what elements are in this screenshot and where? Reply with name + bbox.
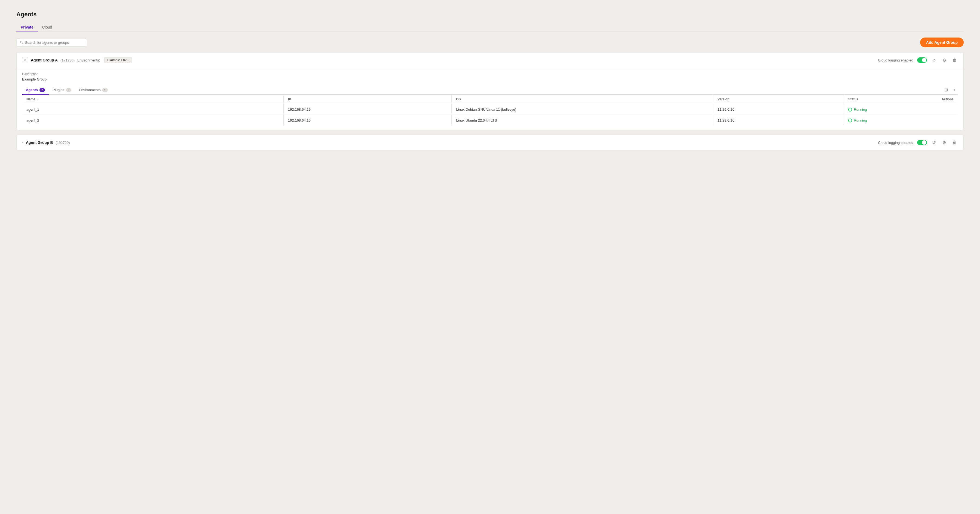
agent-1-ip: 192.168.64.19 <box>283 104 452 115</box>
inner-tab-plugins[interactable]: Plugins 0 <box>49 86 75 95</box>
group-b-refresh-button[interactable]: ↺ <box>931 139 937 146</box>
search-input[interactable] <box>25 41 84 44</box>
group-a-header: ▾ Agent Group A (171230) Environments: E… <box>17 52 963 68</box>
table-row: agent_1 192.168.64.19 Linux Debian GNU/L… <box>22 104 958 115</box>
col-os-header: OS <box>452 95 713 104</box>
tab-cloud[interactable]: Cloud <box>38 23 57 32</box>
status-running-icon <box>848 119 852 122</box>
agents-tab-badge: 2 <box>40 88 45 92</box>
tab-private[interactable]: Private <box>16 23 38 32</box>
add-agent-button[interactable]: + <box>951 87 958 93</box>
group-b-cloud-logging-label: Cloud logging enabled <box>878 141 913 145</box>
agent-2-status-label: Running <box>854 118 867 122</box>
group-a-id: (171230) <box>60 58 75 62</box>
agent-2-version: 11.29.0.16 <box>713 115 844 126</box>
grid-icon: ⊞ <box>944 87 948 92</box>
env-badge[interactable]: Example Env... <box>104 57 132 63</box>
group-b-id: (192720) <box>56 141 70 145</box>
agents-table: Name ↑ IP OS Version Status Actions agen… <box>22 95 958 125</box>
group-b-card: › Agent Group B (192720) Cloud logging e… <box>16 135 964 151</box>
cloud-logging-toggle[interactable] <box>917 57 927 63</box>
inner-tab-environments[interactable]: Environments 1 <box>75 86 111 95</box>
svg-point-0 <box>21 41 22 43</box>
col-name-header: Name ↑ <box>22 95 283 104</box>
group-a-header-left: ▾ Agent Group A (171230) Environments: E… <box>22 57 878 63</box>
group-a-header-right: Cloud logging enabled ↺ ⚙ 🗑 <box>878 57 958 63</box>
trash-icon: 🗑 <box>953 58 957 63</box>
agent-2-os: Linux Ubuntu 22.04.4 LTS <box>452 115 713 126</box>
group-a-card: ▾ Agent Group A (171230) Environments: E… <box>16 52 964 130</box>
add-agent-group-button[interactable]: Add Agent Group <box>920 38 964 47</box>
cloud-logging-label: Cloud logging enabled <box>878 58 913 62</box>
agent-2-ip: 192.168.64.16 <box>283 115 452 126</box>
group-b-settings-button[interactable]: ⚙ <box>941 139 948 146</box>
description-label: Description <box>22 72 958 76</box>
agent-1-status-label: Running <box>854 108 867 111</box>
plugins-tab-label: Plugins <box>52 88 64 92</box>
page-title: Agents <box>16 11 964 18</box>
group-b-cloud-logging-toggle[interactable] <box>917 140 927 145</box>
inner-tab-bar: Agents 2 Plugins 0 Environments 1 ⊞ + <box>22 86 958 95</box>
group-b-header: › Agent Group B (192720) Cloud logging e… <box>17 135 963 150</box>
toolbar: Add Agent Group <box>16 38 964 47</box>
refresh-button[interactable]: ↺ <box>931 57 937 63</box>
refresh-icon: ↺ <box>932 140 936 145</box>
environments-tab-badge: 1 <box>102 88 108 92</box>
agent-1-os: Linux Debian GNU/Linux 11 (bullseye) <box>452 104 713 115</box>
description-value: Example Group <box>22 77 958 81</box>
group-a-name: Agent Group A <box>31 58 58 62</box>
chevron-right-icon: › <box>22 141 23 144</box>
agent-1-actions <box>937 104 958 115</box>
group-a-body: Description Example Group Agents 2 Plugi… <box>17 68 963 130</box>
group-a-collapse-button[interactable]: ▾ <box>22 57 28 63</box>
agent-2-status: Running <box>844 115 937 126</box>
group-b-name: Agent Group B <box>26 140 53 145</box>
table-row: agent_2 192.168.64.16 Linux Ubuntu 22.04… <box>22 115 958 126</box>
agent-1-name: agent_1 <box>22 104 283 115</box>
col-status-header: Status <box>844 95 937 104</box>
plugins-tab-badge: 0 <box>66 88 71 92</box>
agent-2-actions <box>937 115 958 126</box>
col-ip-header: IP <box>283 95 452 104</box>
gear-icon: ⚙ <box>942 58 946 63</box>
group-b-delete-button[interactable]: 🗑 <box>951 139 958 146</box>
group-b-header-left: › Agent Group B (192720) <box>22 140 878 145</box>
agent-1-version: 11.29.0.16 <box>713 104 844 115</box>
gear-icon: ⚙ <box>942 140 946 145</box>
delete-button[interactable]: 🗑 <box>951 57 958 63</box>
inner-tab-agents[interactable]: Agents 2 <box>22 86 49 95</box>
environments-tab-label: Environments <box>79 88 100 92</box>
agent-2-name: agent_2 <box>22 115 283 126</box>
plus-icon: + <box>953 87 956 92</box>
agent-1-status: Running <box>844 104 937 115</box>
refresh-icon: ↺ <box>932 58 936 63</box>
search-box <box>16 39 87 46</box>
svg-line-1 <box>22 43 23 44</box>
tab-bar: Private Cloud <box>16 23 964 32</box>
sort-arrow-icon: ↑ <box>37 98 38 101</box>
status-running-icon <box>848 108 852 111</box>
inner-tabs-right: ⊞ + <box>943 87 958 93</box>
chevron-down-icon: ▾ <box>24 59 26 62</box>
col-actions-header: Actions <box>937 95 958 104</box>
col-version-header: Version <box>713 95 844 104</box>
settings-button[interactable]: ⚙ <box>941 57 948 63</box>
group-b-header-right: Cloud logging enabled ↺ ⚙ 🗑 <box>878 139 958 146</box>
trash-icon: 🗑 <box>953 140 957 145</box>
environments-label: Environments: <box>77 58 100 62</box>
search-icon <box>20 41 24 44</box>
agents-tab-label: Agents <box>26 88 38 92</box>
grid-view-button[interactable]: ⊞ <box>943 87 949 93</box>
